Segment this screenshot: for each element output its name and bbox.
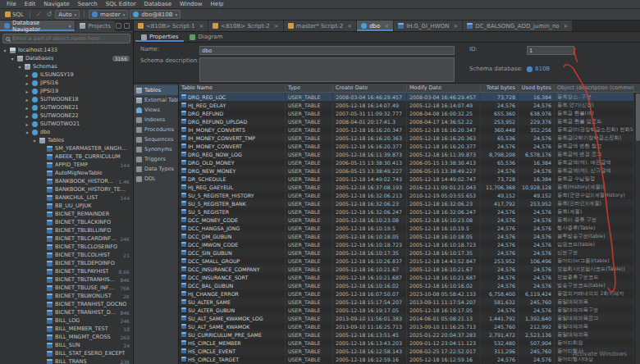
table-row[interactable]: DCC_INSURANCE_SORTUSER_TABLE2005-12-18 1… xyxy=(179,273,634,281)
cell-create-date[interactable]: 2005-12-18 16:32:06.23 xyxy=(333,199,407,207)
table-row[interactable]: DRG_REFUNDUSER_TABLE2007-05-31 11:09:32.… xyxy=(179,109,634,117)
cell-modify-date[interactable]: 2005-12-18 16:19:17.05 xyxy=(407,306,481,314)
tree-item-bill_sun[interactable]: BILL_SUN34 xyxy=(0,341,133,349)
cell-table-name[interactable]: DCC_SIN_GUBUN xyxy=(179,248,286,257)
cell-create-date[interactable]: 2006-05-15 13:38:30.413 xyxy=(333,158,407,166)
cell-used-bytes[interactable]: 24,576 xyxy=(519,355,555,363)
tree-item-bb_uu_upjuk[interactable]: BB_UU_UPJUK xyxy=(0,202,133,210)
cell-used-bytes[interactable]: 24,576 xyxy=(519,224,555,232)
tree-item-sutwoone18[interactable]: ▸SUTWOONE18 xyxy=(0,95,133,103)
cell-modify-date[interactable]: 2008-04-17 14:36:52.22 xyxy=(407,117,481,125)
cell-total-bytes[interactable]: 24,576 xyxy=(481,216,519,224)
tree-item-bicnet_tbluse_info_new[interactable]: BICNET_TBLUSE_INFO_NEW76K xyxy=(0,284,133,292)
table-row[interactable]: SU_5_REGISTER_BANKUSER_TABLE2005-12-18 1… xyxy=(179,199,634,207)
cell-object-description-comment-[interactable]: 보험종류구분코드 xyxy=(555,273,634,281)
cell-create-date[interactable]: 2005-12-18 16:10:16.02 xyxy=(333,281,407,289)
cell-total-bytes[interactable]: 65,536 xyxy=(481,134,519,142)
cell-modify-date[interactable]: 2010-12-19 05:03:55.653 xyxy=(407,191,481,199)
cell-modify-date[interactable]: 2008-02-25 17:22:52.017 xyxy=(407,347,481,355)
cell-total-bytes[interactable]: 73,728 xyxy=(481,93,519,101)
cell-total-bytes[interactable]: 11,706,368 xyxy=(481,183,519,191)
cell-table-name[interactable]: HS_CIRCLE_TARGET xyxy=(179,355,286,363)
category-indexes[interactable]: Indexes xyxy=(134,115,178,125)
cell-modify-date[interactable]: 2014-06-01 05:08:21.13 xyxy=(407,314,481,322)
table-row[interactable]: SU_CURRICULUM_PRE_SAMEUSER_TABLE2005-12-… xyxy=(179,330,634,339)
cell-used-bytes[interactable]: 24,576 xyxy=(519,216,555,224)
tree-item-bicnet_tbltranhist_bak2021[interactable]: BICNET_TBLTRANHIST_BAK202184K xyxy=(0,275,133,284)
tab-projects[interactable]: Projects xyxy=(75,20,116,31)
column-header-1[interactable]: Type xyxy=(286,84,333,92)
tree-item-bankchul_list[interactable]: BANKCHUL_LIST144 xyxy=(0,193,133,202)
catalog-combo[interactable]: master ▾ xyxy=(89,10,128,19)
tree-item-sutwoone22[interactable]: ▸SUTWOONE22 xyxy=(0,111,133,120)
cell-table-name[interactable]: SU_ALT_SAME_KWAMOK xyxy=(179,322,286,330)
table-row[interactable]: SU_5_REGISTERUSER_TABLE2005-12-18 16:32:… xyxy=(179,207,634,216)
cell-type[interactable]: USER_TABLE xyxy=(286,199,333,207)
cell-type[interactable]: USER_TABLE xyxy=(286,355,333,363)
category-data-types[interactable]: Data Types xyxy=(134,164,178,174)
tree-item-bill_log[interactable]: BILL_LOG24K xyxy=(0,316,133,325)
cell-type[interactable]: USER_TABLE xyxy=(286,265,333,273)
tree-item-bicnet_tblcolhist[interactable]: BICNET_TBLCOLHIST21 xyxy=(0,251,133,259)
tree-item-tables[interactable]: ▾Tables xyxy=(0,136,133,144)
schema-database-value[interactable]: 810B xyxy=(527,66,633,72)
cell-modify-date[interactable]: 2023-10-08 05:58:42.133 xyxy=(407,289,481,298)
cell-type[interactable]: USER_TABLE xyxy=(286,240,333,248)
cell-table-name[interactable]: IH_MONEY_CONVERT xyxy=(179,142,286,150)
cell-object-description-comment-[interactable]: 등록금(타관장학금소진화) 천화5 xyxy=(555,125,634,134)
scrollbar-thumb[interactable] xyxy=(636,93,640,141)
tree-expander-icon[interactable]: ▸ xyxy=(25,72,30,78)
tree-item-bill_member_test[interactable]: BILL_MEMBER_TEST18 xyxy=(0,325,133,333)
cell-total-bytes[interactable]: 65,536 xyxy=(481,158,519,166)
cell-create-date[interactable]: 2005-12-18 16:14:07.49 xyxy=(333,101,407,109)
category-procedures[interactable]: Procedures xyxy=(134,125,178,134)
cell-table-name[interactable]: DR_SCHEDULE xyxy=(179,175,286,183)
cell-used-bytes[interactable]: 24,576 xyxy=(519,134,555,142)
cell-object-description-comment-[interactable]: 등록금액(재), 예전금액 xyxy=(555,158,634,166)
cell-modify-date[interactable]: 2015-12-18 14:43:52.847 xyxy=(407,257,481,265)
cell-create-date[interactable]: 2005-12-18 16:10:17.35 xyxy=(333,248,407,257)
cell-modify-date[interactable]: 2005-12-18 16:16:20.377 xyxy=(407,142,481,150)
category-triggers[interactable]: Triggers xyxy=(134,154,178,164)
table-row[interactable]: SU_ALTER_SAMEUSER_TABLE2005-12-18 15:17:… xyxy=(179,298,634,306)
cell-total-bytes[interactable]: 24,576 xyxy=(481,248,519,257)
cell-total-bytes[interactable]: 24,576 xyxy=(481,265,519,273)
cell-table-name[interactable]: HS_CIRCLE_EVENT xyxy=(179,347,286,355)
cell-type[interactable]: USER_TABLE xyxy=(286,93,333,101)
tree-item-dbo[interactable]: ▾dbo xyxy=(0,128,133,136)
cell-total-bytes[interactable]: 253,952 xyxy=(481,257,519,265)
cell-create-date[interactable]: 2005-12-18 16:10:18.723 xyxy=(333,240,407,248)
cell-object-description-comment-[interactable]: 동일대체과목 xyxy=(555,322,634,330)
cell-table-name[interactable]: SU_5_REGISTER_BANK xyxy=(179,199,286,207)
tree-expander-icon[interactable]: ▾ xyxy=(25,130,30,135)
cell-total-bytes[interactable]: 24,576 xyxy=(481,166,519,175)
cell-table-name[interactable]: DCC_INSURANCE_SORT xyxy=(179,273,286,281)
tree-item-bicnet_tblbillinfo[interactable]: BICNET_TBLBILLINFO xyxy=(0,226,133,234)
cell-modify-date[interactable]: 2005-12-18 16:10:21.687 xyxy=(407,273,481,281)
cell-type[interactable]: USER_TABLE xyxy=(286,289,333,298)
tree-item-bankbook_history_temp[interactable]: BANKBOOK_HISTORY_TEMP1.4K xyxy=(0,177,133,185)
cell-modify-date[interactable]: 2016-12-11 09:01:21.043 xyxy=(407,183,481,191)
cell-table-name[interactable]: DRG_OLD_MONEY xyxy=(179,158,286,166)
menu-search[interactable]: Search xyxy=(74,1,102,7)
cell-create-date[interactable]: 2005-12-18 16:12:59.16 xyxy=(333,355,407,363)
cell-object-description-comment-[interactable]: 봉투발송구분(table) xyxy=(555,232,634,240)
column-header-6[interactable]: Object (description (comment)) xyxy=(555,84,634,92)
cell-object-description-comment-[interactable]: 동일대체과목 xyxy=(555,330,634,339)
cell-create-date[interactable]: 2005-12-18 16:10:19.5 xyxy=(333,224,407,232)
category-sequences[interactable]: Sequences xyxy=(134,134,178,144)
table-row[interactable]: HS_CIRCLE_MEMBERUSER_TABLE2005-12-18 16:… xyxy=(179,339,634,347)
cell-total-bytes[interactable]: 24,576 xyxy=(481,207,519,216)
table-row[interactable]: DCC_MONEY_CODEUSER_TABLE2005-12-18 16:10… xyxy=(179,216,634,224)
cell-used-bytes[interactable]: 245,760 xyxy=(519,347,555,355)
cell-table-name[interactable]: SU_5_REGISTER xyxy=(179,207,286,216)
cell-table-name[interactable]: DRG_REG_LOC xyxy=(179,93,286,101)
cell-create-date[interactable]: 2013-09-10 11:56:01.383 xyxy=(333,314,407,322)
cell-type[interactable]: USER_TABLE xyxy=(286,281,333,289)
category-synonyms[interactable]: Synonyms xyxy=(134,144,178,154)
cell-object-description-comment-[interactable]: 등록금 환불(새) xyxy=(555,109,634,117)
table-row[interactable]: IH_MONEY_CONVERTUSER_TABLE2005-12-18 16:… xyxy=(179,142,634,150)
cell-table-name[interactable]: DCC_HANGSA_JONG xyxy=(179,224,286,232)
cell-table-name[interactable]: DCC_IMWON_CODE xyxy=(179,240,286,248)
tree-item-schemas[interactable]: ▾Schemas xyxy=(0,62,133,71)
